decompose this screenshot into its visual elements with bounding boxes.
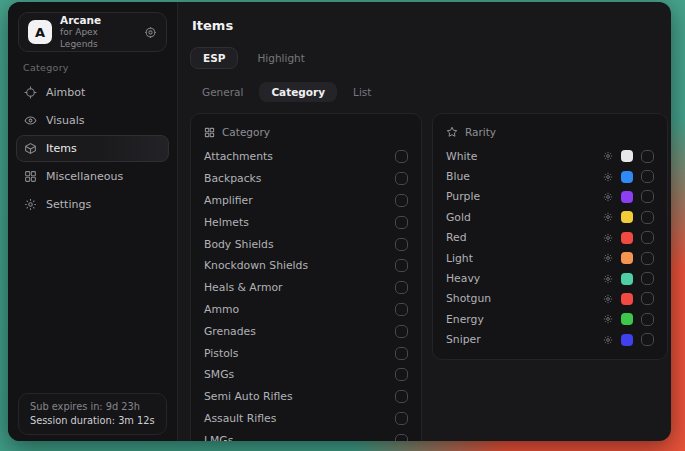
category-row-label: LMGs [204,434,233,441]
rarity-checkbox[interactable] [641,313,654,326]
rarity-color-swatch[interactable] [621,273,633,285]
rarity-row: Energy [446,309,654,329]
rarity-color-swatch[interactable] [621,232,633,244]
rarity-row: Light [446,248,654,268]
category-row: Grenades [204,320,408,342]
category-row-label: Attachments [204,150,273,163]
category-row: Semi Auto Rifles [204,386,408,408]
rarity-row: Shotgun [446,289,654,309]
category-row-label: Body Shields [204,238,274,251]
rarity-settings-icon[interactable] [603,253,613,263]
category-checkbox[interactable] [395,347,408,360]
rarity-row: Red [446,228,654,248]
highlight-toggle[interactable]: Highlight [244,47,317,69]
category-row: LMGs [204,429,408,441]
sidebar-item-label: Items [46,142,77,155]
rarity-row-label: Blue [446,170,470,183]
category-checkbox[interactable] [395,303,408,316]
category-checkbox[interactable] [395,194,408,207]
rarity-settings-icon[interactable] [603,314,613,324]
target-icon[interactable] [144,26,157,39]
app-subtitle: for Apex Legends [60,27,136,50]
category-row-label: Semi Auto Rifles [204,390,293,403]
category-row: Assault Rifles [204,408,408,430]
eye-icon [24,114,37,127]
category-checkbox[interactable] [395,434,408,441]
sub-expires-text: Sub expires in: 9d 23h [30,400,155,414]
category-row-label: Backpacks [204,172,262,185]
page-title: Items [192,18,668,33]
rarity-checkbox[interactable] [641,150,654,163]
category-checkbox[interactable] [395,390,408,403]
rarity-settings-icon[interactable] [603,212,613,222]
rarity-row-label: Energy [446,313,484,326]
category-row-label: Amplifier [204,194,253,207]
rarity-row: Heavy [446,268,654,288]
tab-list[interactable]: List [341,82,383,102]
sidebar-item-items[interactable]: Items [16,135,169,162]
esp-toggle[interactable]: ESP [190,47,238,69]
category-panel: Category Attachments Backpacks Amplifier… [190,113,422,441]
rarity-checkbox[interactable] [641,292,654,305]
category-checkbox[interactable] [395,150,408,163]
rarity-checkbox[interactable] [641,272,654,285]
category-row: Attachments [204,146,408,168]
app-logo: A [28,20,52,44]
rarity-checkbox[interactable] [641,211,654,224]
rarity-row-label: Light [446,252,473,265]
app-window: A Arcane for Apex Legends Category Aimbo… [8,2,671,441]
category-row: Helmets [204,211,408,233]
rarity-panel-header: Rarity [446,126,654,138]
rarity-settings-icon[interactable] [603,192,613,202]
rarity-color-swatch[interactable] [621,293,633,305]
session-duration-text: Session duration: 3m 12s [30,414,155,428]
category-checkbox[interactable] [395,368,408,381]
rarity-settings-icon[interactable] [603,294,613,304]
sidebar-item-miscellaneous[interactable]: Miscellaneous [16,163,169,190]
category-row: Knockdown Shields [204,255,408,277]
rarity-color-swatch[interactable] [621,171,633,183]
category-checkbox[interactable] [395,259,408,272]
rarity-color-swatch[interactable] [621,252,633,264]
sidebar-nav: Aimbot Visuals Items Miscellaneous [8,79,177,219]
category-checkbox[interactable] [395,412,408,425]
rarity-checkbox[interactable] [641,190,654,203]
rarity-color-swatch[interactable] [621,313,633,325]
rarity-color-swatch[interactable] [621,150,633,162]
rarity-settings-icon[interactable] [603,172,613,182]
category-checkbox[interactable] [395,238,408,251]
category-row-label: Ammo [204,303,239,316]
category-checkbox[interactable] [395,281,408,294]
category-panel-header: Category [204,126,408,138]
category-row-label: Helmets [204,216,249,229]
category-checkbox[interactable] [395,172,408,185]
sidebar-item-aimbot[interactable]: Aimbot [16,79,169,106]
rarity-row: Purple [446,187,654,207]
crosshair-icon [24,86,37,99]
sidebar-item-label: Miscellaneous [46,170,123,183]
rarity-checkbox[interactable] [641,170,654,183]
tab-category[interactable]: Category [259,82,337,102]
category-checkbox[interactable] [395,216,408,229]
rarity-color-swatch[interactable] [621,211,633,223]
rarity-color-swatch[interactable] [621,191,633,203]
sidebar-item-label: Aimbot [46,86,85,99]
rarity-checkbox[interactable] [641,231,654,244]
sidebar-item-settings[interactable]: Settings [16,191,169,218]
rarity-checkbox[interactable] [641,252,654,265]
rarity-settings-icon[interactable] [603,151,613,161]
rarity-settings-icon[interactable] [603,274,613,284]
category-row: Amplifier [204,190,408,212]
rarity-settings-icon[interactable] [603,233,613,243]
category-row: SMGs [204,364,408,386]
category-row-label: Knockdown Shields [204,259,308,272]
sidebar-item-label: Settings [46,198,91,211]
rarity-checkbox[interactable] [641,333,654,346]
rarity-color-swatch[interactable] [621,334,633,346]
sidebar-item-visuals[interactable]: Visuals [16,107,169,134]
category-row: Body Shields [204,233,408,255]
tab-general[interactable]: General [190,82,255,102]
rarity-settings-icon[interactable] [603,335,613,345]
category-checkbox[interactable] [395,325,408,338]
rarity-row-label: Gold [446,211,471,224]
